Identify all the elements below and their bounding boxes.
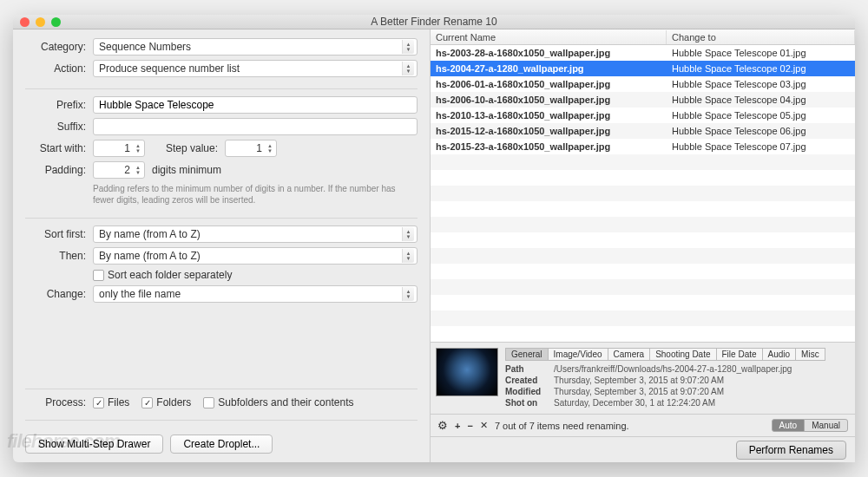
preview-thumbnail xyxy=(436,348,498,396)
window-title: A Better Finder Rename 10 xyxy=(13,16,855,28)
change-to-cell: Hubble Space Telescope 05.jpg xyxy=(667,110,855,121)
change-select[interactable]: only the file name ▲▼ xyxy=(93,285,418,303)
change-to-cell: Hubble Space Telescope 03.jpg xyxy=(667,79,855,89)
change-label: Change: xyxy=(25,288,93,300)
change-to-cell: Hubble Space Telescope 07.jpg xyxy=(667,141,855,152)
column-change-to[interactable]: Change to xyxy=(667,30,855,44)
sort-first-label: Sort first: xyxy=(25,228,93,240)
path-label: Path xyxy=(505,364,554,374)
chevron-updown-icon: ▲▼ xyxy=(402,227,414,241)
change-to-cell: Hubble Space Telescope 02.jpg xyxy=(667,63,855,74)
stepper-arrows-icon[interactable]: ▲▼ xyxy=(265,141,275,155)
add-icon[interactable]: + xyxy=(455,421,460,431)
table-row[interactable]: hs-2004-27-a-1280_wallpaper.jpgHubble Sp… xyxy=(431,61,855,76)
current-name-cell: hs-2015-23-a-1680x1050_wallpaper.jpg xyxy=(431,141,667,152)
watermark: filehorse.com xyxy=(7,430,120,453)
chevron-updown-icon: ▲▼ xyxy=(402,62,414,75)
stepper-arrows-icon[interactable]: ▲▼ xyxy=(133,141,143,155)
current-name-cell: hs-2004-27-a-1280_wallpaper.jpg xyxy=(431,63,667,74)
detail-tab-general[interactable]: General xyxy=(505,348,549,361)
detail-tab-file-date[interactable]: File Date xyxy=(716,348,763,361)
status-text: 7 out of 7 items need renaming. xyxy=(495,421,629,431)
table-row[interactable]: hs-2006-01-a-1680x1050_wallpaper.jpgHubb… xyxy=(431,76,855,92)
change-to-cell: Hubble Space Telescope 04.jpg xyxy=(667,95,855,105)
chevron-updown-icon: ▲▼ xyxy=(402,287,414,301)
checkbox-icon xyxy=(203,397,214,408)
process-subfolders-checkbox[interactable]: Subfolders and their contents xyxy=(203,396,353,408)
current-name-cell: hs-2003-28-a-1680x1050_wallpaper.jpg xyxy=(431,48,667,58)
path-value: /Users/frankreiff/Downloads/hs-2004-27-a… xyxy=(554,364,850,374)
detail-tab-misc[interactable]: Misc xyxy=(795,348,825,361)
table-row[interactable]: hs-2006-10-a-1680x1050_wallpaper.jpgHubb… xyxy=(431,92,855,108)
action-select[interactable]: Produce sequence number list ▲▼ xyxy=(93,60,418,77)
then-label: Then: xyxy=(25,250,93,262)
start-with-stepper[interactable]: 1 ▲▼ xyxy=(93,140,145,157)
category-value: Sequence Numbers xyxy=(99,41,191,53)
table-row[interactable]: hs-2015-23-a-1680x1050_wallpaper.jpgHubb… xyxy=(431,139,855,154)
table-row[interactable]: hs-2015-12-a-1680x1050_wallpaper.jpgHubb… xyxy=(431,123,855,139)
prefix-input[interactable] xyxy=(93,96,418,114)
detail-tab-audio[interactable]: Audio xyxy=(762,348,797,361)
current-name-cell: hs-2015-12-a-1680x1050_wallpaper.jpg xyxy=(431,126,667,136)
perform-renames-button[interactable]: Perform Renames xyxy=(736,441,846,460)
current-name-cell: hs-2006-10-a-1680x1050_wallpaper.jpg xyxy=(431,95,667,105)
process-label: Process: xyxy=(25,396,93,408)
step-value-stepper[interactable]: 1 ▲▼ xyxy=(225,140,277,157)
category-select[interactable]: Sequence Numbers ▲▼ xyxy=(93,38,418,56)
checkbox-icon xyxy=(93,397,104,408)
then-select[interactable]: By name (from A to Z) ▲▼ xyxy=(93,247,418,265)
chevron-updown-icon: ▲▼ xyxy=(402,40,414,54)
chevron-updown-icon: ▲▼ xyxy=(402,249,414,263)
action-label: Action: xyxy=(25,62,93,75)
change-to-cell: Hubble Space Telescope 01.jpg xyxy=(667,48,855,58)
checkbox-icon xyxy=(93,270,104,281)
titlebar: A Better Finder Rename 10 xyxy=(13,15,855,29)
change-to-cell: Hubble Space Telescope 06.jpg xyxy=(667,126,855,136)
modified-label: Modified xyxy=(505,387,554,396)
gear-icon[interactable]: ⚙ xyxy=(437,419,448,432)
shot-on-label: Shot on xyxy=(505,398,554,408)
shot-on-value: Saturday, December 30, 1 at 12:24:20 AM xyxy=(554,398,850,408)
current-name-cell: hs-2010-13-a-1680x1050_wallpaper.jpg xyxy=(431,110,667,121)
category-label: Category: xyxy=(25,41,93,53)
detail-tab-camera[interactable]: Camera xyxy=(608,348,651,361)
sort-each-folder-checkbox[interactable]: Sort each folder separately xyxy=(93,269,232,281)
action-value: Produce sequence number list xyxy=(99,62,240,75)
process-files-checkbox[interactable]: Files xyxy=(93,396,129,408)
current-name-cell: hs-2006-01-a-1680x1050_wallpaper.jpg xyxy=(431,79,667,89)
auto-toggle[interactable]: Auto xyxy=(772,419,806,432)
detail-tabs: GeneralImage/VideoCameraShooting DateFil… xyxy=(505,348,850,361)
suffix-label: Suffix: xyxy=(25,121,93,133)
prefix-label: Prefix: xyxy=(25,99,93,111)
clear-icon[interactable]: ✕ xyxy=(480,420,488,431)
step-value-label: Step value: xyxy=(166,142,225,154)
modified-value: Thursday, September 3, 2015 at 9:07:20 A… xyxy=(554,387,850,396)
column-current-name[interactable]: Current Name xyxy=(431,30,667,44)
padding-label: Padding: xyxy=(25,164,93,176)
table-row[interactable]: hs-2003-28-a-1680x1050_wallpaper.jpgHubb… xyxy=(431,45,855,61)
suffix-input[interactable] xyxy=(93,118,418,135)
start-with-label: Start with: xyxy=(25,142,93,154)
created-value: Thursday, September 3, 2015 at 9:07:20 A… xyxy=(554,376,850,385)
detail-tab-shooting-date[interactable]: Shooting Date xyxy=(649,348,716,361)
file-table[interactable]: hs-2003-28-a-1680x1050_wallpaper.jpgHubb… xyxy=(431,45,855,342)
padding-help-text: Padding refers to the minimum number of … xyxy=(93,183,418,206)
stepper-arrows-icon[interactable]: ▲▼ xyxy=(133,163,143,177)
sort-first-select[interactable]: By name (from A to Z) ▲▼ xyxy=(93,225,418,243)
remove-icon[interactable]: − xyxy=(467,421,472,431)
process-folders-checkbox[interactable]: Folders xyxy=(141,396,191,408)
manual-toggle[interactable]: Manual xyxy=(804,419,848,432)
detail-tab-image-video[interactable]: Image/Video xyxy=(548,348,608,361)
padding-stepper[interactable]: 2 ▲▼ xyxy=(93,161,145,179)
padding-suffix: digits minimum xyxy=(145,164,221,176)
checkbox-icon xyxy=(141,397,153,408)
table-row[interactable]: hs-2010-13-a-1680x1050_wallpaper.jpgHubb… xyxy=(431,108,855,123)
create-droplet-button[interactable]: Create Droplet... xyxy=(170,435,273,454)
created-label: Created xyxy=(505,376,554,385)
